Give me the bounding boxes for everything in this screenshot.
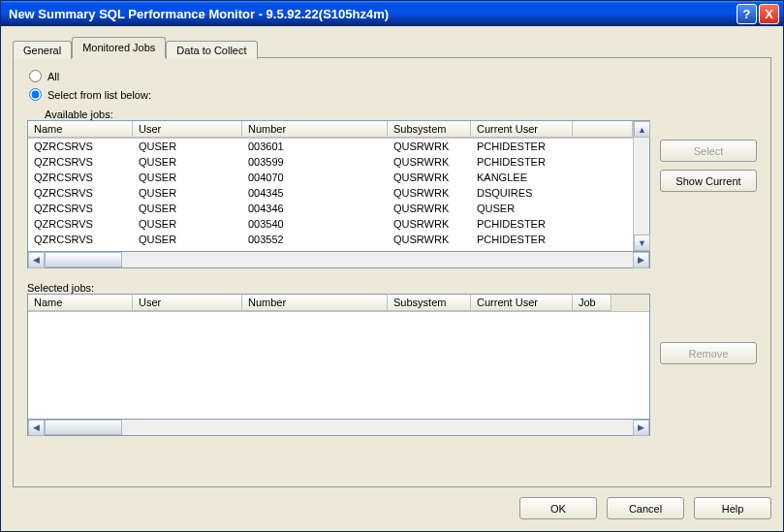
selected-hscrollbar[interactable]: ◀ ▶ bbox=[27, 420, 650, 436]
cell-user: QUSER bbox=[133, 216, 242, 232]
sel-scroll-left-icon[interactable]: ◀ bbox=[28, 420, 45, 436]
scroll-right-icon[interactable]: ▶ bbox=[633, 252, 649, 268]
cell-extra bbox=[573, 139, 633, 154]
cell-user: QUSER bbox=[133, 232, 242, 247]
sel-col-current-user[interactable]: Current User bbox=[471, 295, 573, 311]
radio-select-row[interactable]: Select from list below: bbox=[29, 88, 757, 101]
selected-section: Name User Number Subsystem Current User … bbox=[27, 294, 757, 436]
cell-extra bbox=[573, 154, 633, 170]
tab-monitored-jobs[interactable]: Monitored Jobs bbox=[72, 37, 166, 58]
vscroll-track[interactable] bbox=[634, 138, 649, 235]
cell-curuser: QUSER bbox=[471, 201, 573, 216]
available-hscrollbar[interactable]: ◀ ▶ bbox=[27, 252, 650, 268]
sel-col-name[interactable]: Name bbox=[28, 295, 133, 311]
cell-name: QZRCSRVS bbox=[28, 139, 133, 154]
tab-panel-monitored-jobs: All Select from list below: Available jo… bbox=[13, 57, 771, 487]
selected-list-header: Name User Number Subsystem Current User … bbox=[28, 295, 649, 312]
help-button[interactable]: Help bbox=[694, 497, 771, 519]
cell-user: QUSER bbox=[133, 185, 242, 201]
table-row[interactable]: QZRCSRVSQUSER004345QUSRWRKDSQUIRES bbox=[28, 185, 633, 201]
cell-curuser: PCHIDESTER bbox=[471, 232, 573, 247]
radio-select-from-list[interactable] bbox=[29, 88, 42, 101]
cancel-button[interactable]: Cancel bbox=[607, 497, 684, 519]
selected-jobs-list[interactable]: Name User Number Subsystem Current User … bbox=[27, 294, 650, 420]
show-current-button[interactable]: Show Current bbox=[660, 170, 757, 192]
title-bar: New Summary SQL Performance Monitor - 9.… bbox=[1, 1, 783, 26]
cell-subsystem: QUSRWRK bbox=[388, 170, 471, 185]
cell-user: QUSER bbox=[133, 201, 242, 216]
cell-extra bbox=[573, 232, 633, 247]
cell-user: QUSER bbox=[133, 154, 242, 170]
col-current-user[interactable]: Current User bbox=[471, 121, 573, 138]
cell-user: QUSER bbox=[133, 170, 242, 185]
cell-name: QZRCSRVS bbox=[28, 216, 133, 232]
close-icon[interactable]: X bbox=[759, 4, 779, 24]
cell-name: QZRCSRVS bbox=[28, 232, 133, 247]
col-subsystem[interactable]: Subsystem bbox=[388, 121, 471, 138]
table-row[interactable]: QZRCSRVSQUSER003601QUSRWRKPCHIDESTER bbox=[28, 139, 633, 154]
tab-general[interactable]: General bbox=[13, 41, 72, 59]
available-jobs-label: Available jobs: bbox=[45, 109, 757, 120]
table-row[interactable]: QZRCSRVSQUSER003540QUSRWRKPCHIDESTER bbox=[28, 216, 633, 232]
sel-col-number[interactable]: Number bbox=[242, 295, 388, 311]
col-name[interactable]: Name bbox=[28, 121, 133, 138]
tabs: General Monitored Jobs Data to Collect bbox=[13, 36, 771, 57]
cell-number: 004070 bbox=[242, 170, 388, 185]
col-number[interactable]: Number bbox=[242, 121, 388, 138]
available-list-header: Name User Number Subsystem Current User bbox=[28, 121, 633, 139]
cell-number: 004345 bbox=[242, 185, 388, 201]
ok-button[interactable]: OK bbox=[519, 497, 597, 519]
cell-curuser: PCHIDESTER bbox=[471, 154, 573, 170]
table-row[interactable]: QZRCSRVSQUSER003599QUSRWRKPCHIDESTER bbox=[28, 154, 633, 170]
radio-all-row[interactable]: All bbox=[29, 70, 757, 82]
available-side-buttons: Select Show Current bbox=[660, 120, 757, 268]
sel-col-user[interactable]: User bbox=[133, 295, 242, 311]
cell-subsystem: QUSRWRK bbox=[388, 216, 471, 232]
radio-all[interactable] bbox=[29, 70, 42, 82]
cell-number: 003601 bbox=[242, 139, 388, 154]
dialog-client: General Monitored Jobs Data to Collect A… bbox=[1, 26, 783, 531]
select-button[interactable]: Select bbox=[660, 140, 757, 162]
sel-hscroll-thumb[interactable] bbox=[45, 420, 122, 435]
radio-all-label: All bbox=[47, 71, 59, 82]
cell-extra bbox=[573, 201, 633, 216]
cell-curuser: PCHIDESTER bbox=[471, 139, 573, 154]
cell-subsystem: QUSRWRK bbox=[388, 185, 471, 201]
cell-curuser: DSQUIRES bbox=[471, 185, 573, 201]
help-icon[interactable]: ? bbox=[737, 4, 757, 24]
col-user[interactable]: User bbox=[133, 121, 242, 138]
scroll-down-icon[interactable]: ▼ bbox=[634, 235, 650, 251]
cell-extra bbox=[573, 170, 633, 185]
cell-number: 003540 bbox=[242, 216, 388, 232]
hscroll-track[interactable] bbox=[45, 252, 633, 267]
scroll-up-icon[interactable]: ▲ bbox=[634, 121, 650, 138]
sel-col-subsystem[interactable]: Subsystem bbox=[388, 295, 471, 311]
tab-data-to-collect[interactable]: Data to Collect bbox=[166, 41, 257, 59]
cell-subsystem: QUSRWRK bbox=[388, 232, 471, 247]
radio-select-label: Select from list below: bbox=[47, 89, 151, 101]
remove-button[interactable]: Remove bbox=[660, 342, 757, 364]
available-vscrollbar[interactable]: ▲ ▼ bbox=[633, 121, 649, 251]
col-extra[interactable] bbox=[573, 121, 633, 138]
cell-curuser: KANGLEE bbox=[471, 170, 573, 185]
available-section: Name User Number Subsystem Current User … bbox=[27, 120, 757, 268]
cell-name: QZRCSRVS bbox=[28, 154, 133, 170]
cell-subsystem: QUSRWRK bbox=[388, 139, 471, 154]
sel-scroll-right-icon[interactable]: ▶ bbox=[633, 420, 649, 436]
scroll-left-icon[interactable]: ◀ bbox=[28, 252, 45, 268]
table-row[interactable]: QZRCSRVSQUSER004346QUSRWRKQUSER bbox=[28, 201, 633, 216]
table-row[interactable]: QZRCSRVSQUSER003552QUSRWRKPCHIDESTER bbox=[28, 232, 633, 247]
cell-user: QUSER bbox=[133, 139, 242, 154]
cell-extra bbox=[573, 185, 633, 201]
cell-name: QZRCSRVS bbox=[28, 185, 133, 201]
selected-side-buttons: Remove bbox=[660, 294, 757, 436]
hscroll-thumb[interactable] bbox=[45, 252, 122, 267]
sel-hscroll-track[interactable] bbox=[45, 420, 633, 435]
available-jobs-list[interactable]: Name User Number Subsystem Current User … bbox=[27, 120, 650, 252]
cell-name: QZRCSRVS bbox=[28, 201, 133, 216]
table-row[interactable]: QZRCSRVSQUSER004070QUSRWRKKANGLEE bbox=[28, 170, 633, 185]
window-title: New Summary SQL Performance Monitor - 9.… bbox=[9, 7, 735, 21]
sel-col-job[interactable]: Job bbox=[573, 295, 612, 311]
dialog-buttons: OK Cancel Help bbox=[13, 497, 771, 519]
cell-number: 004346 bbox=[242, 201, 388, 216]
